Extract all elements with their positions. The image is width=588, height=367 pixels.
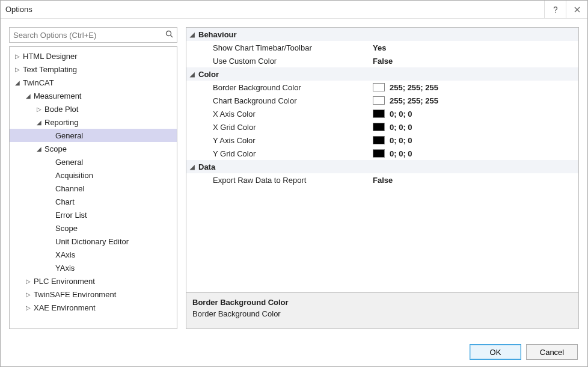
dialog-footer: OK Cancel [1,338,587,366]
caret-right-icon[interactable]: ▷ [13,53,22,60]
caret-blank: ▷ [46,132,54,139]
search-input[interactable] [9,27,177,43]
help-button[interactable] [544,1,566,19]
tree-item-label: Scope [43,144,67,153]
tree-item[interactable]: ▷General [10,129,177,142]
tree-item[interactable]: ▷Unit Dictionary Editor [10,235,177,248]
close-icon [574,6,581,13]
tree-item[interactable]: ▷Error List [10,208,177,221]
property-row[interactable]: Y Grid Color0; 0; 0 [186,147,578,160]
tree-item-label: HTML Designer [22,52,78,61]
tree-item-label: TwinCAT [22,78,54,87]
ok-button[interactable]: OK [470,344,521,360]
property-category[interactable]: ◢Data [186,160,578,173]
color-swatch [373,96,385,105]
caret-blank: ▷ [46,238,54,245]
property-label: Y Axis Color [198,136,373,145]
tree-item[interactable]: ▷Chart [10,195,177,208]
color-swatch [373,136,385,144]
property-grid[interactable]: ◢BehaviourShow Chart Timebar/ToolbarYesU… [186,27,579,293]
tree-item[interactable]: ▷XAE Environment [10,301,177,314]
color-swatch [373,83,385,91]
property-value[interactable]: 255; 255; 255 [373,83,578,92]
tree-item[interactable]: ▷General [10,155,177,168]
property-value[interactable]: Yes [373,43,578,52]
caret-right-icon[interactable]: ▷ [24,291,32,298]
tree-item[interactable]: ▷Bode Plot [10,102,177,116]
tree-item-label: XAxis [54,250,75,259]
property-category[interactable]: ◢Behaviour [186,28,578,41]
property-value[interactable]: False [373,176,578,185]
tree-item-label: Bode Plot [43,105,78,114]
close-button[interactable] [566,1,587,19]
property-label: Show Chart Timebar/Toolbar [198,43,373,52]
caret-blank: ▷ [46,265,54,271]
search-icon[interactable] [165,30,174,40]
tree-item[interactable]: ◢TwinCAT [10,76,177,89]
tree-item[interactable]: ◢Reporting [10,116,177,129]
caret-blank: ▷ [46,225,54,232]
tree-item[interactable]: ▷PLC Environment [10,274,177,288]
property-row[interactable]: X Grid Color0; 0; 0 [186,120,578,134]
tree-item-label: Acquisition [54,171,93,180]
window-title: Options [5,5,32,14]
property-row[interactable]: Chart Background Color255; 255; 255 [186,94,578,107]
caret-down-icon[interactable]: ◢ [186,164,198,170]
description-text: Border Background Color [192,309,572,318]
tree-item[interactable]: ▷YAxis [10,261,177,274]
caret-down-icon[interactable]: ◢ [13,79,22,86]
property-value[interactable]: False [373,57,578,66]
tree-item[interactable]: ▷HTML Designer [10,49,177,63]
cancel-button[interactable]: Cancel [526,344,578,360]
property-value[interactable]: 0; 0; 0 [373,136,578,145]
caret-right-icon[interactable]: ▷ [24,304,32,311]
tree-item[interactable]: ◢Scope [10,142,177,155]
property-row[interactable]: Border Background Color255; 255; 255 [186,81,578,94]
tree-item[interactable]: ▷Text Templating [10,63,177,76]
tree-item[interactable]: ▷Acquisition [10,168,177,182]
property-label: Use Custom Color [198,57,373,66]
property-value[interactable]: 0; 0; 0 [373,109,578,119]
property-label: X Grid Color [198,123,373,132]
tree-item[interactable]: ▷Scope [10,221,177,235]
property-row[interactable]: Use Custom ColorFalse [186,54,578,67]
property-label: Border Background Color [198,83,373,92]
caret-down-icon[interactable]: ◢ [35,146,43,152]
caret-down-icon[interactable]: ◢ [24,93,32,99]
options-tree[interactable]: ▷HTML Designer▷Text Templating◢TwinCAT◢M… [9,46,177,329]
property-row[interactable]: X Axis Color0; 0; 0 [186,107,578,120]
tree-item-label: Chart [54,197,75,206]
color-swatch [373,149,385,158]
caret-blank: ▷ [46,212,54,218]
tree-item[interactable]: ▷XAxis [10,248,177,261]
caret-right-icon[interactable]: ▷ [35,106,43,113]
category-label: Data [198,162,215,171]
tree-item-label: General [54,131,83,140]
tree-item-label: Measurement [32,91,81,100]
svg-point-1 [167,31,171,36]
color-swatch [373,123,385,131]
caret-blank: ▷ [46,172,54,179]
property-value[interactable]: 0; 0; 0 [373,149,578,158]
property-category[interactable]: ◢Color [186,67,578,81]
caret-right-icon[interactable]: ▷ [24,278,32,285]
property-row[interactable]: Export Raw Data to ReportFalse [186,173,578,187]
color-swatch [373,109,385,118]
tree-item[interactable]: ▷TwinSAFE Environment [10,288,177,301]
tree-item[interactable]: ◢Measurement [10,89,177,102]
caret-right-icon[interactable]: ▷ [13,66,22,73]
tree-item[interactable]: ▷Channel [10,182,177,195]
tree-item-label: Error List [54,211,87,220]
caret-down-icon[interactable]: ◢ [186,31,198,38]
property-row[interactable]: Show Chart Timebar/ToolbarYes [186,41,578,54]
tree-item-label: YAxis [54,264,75,273]
caret-down-icon[interactable]: ◢ [35,119,43,126]
tree-item-label: TwinSAFE Environment [32,290,116,299]
tree-item-label: Unit Dictionary Editor [54,237,129,246]
svg-line-2 [171,35,173,38]
property-value[interactable]: 255; 255; 255 [373,96,578,105]
caret-down-icon[interactable]: ◢ [186,71,198,78]
property-value[interactable]: 0; 0; 0 [373,123,578,132]
property-row[interactable]: Y Axis Color0; 0; 0 [186,134,578,147]
help-icon [551,5,560,14]
